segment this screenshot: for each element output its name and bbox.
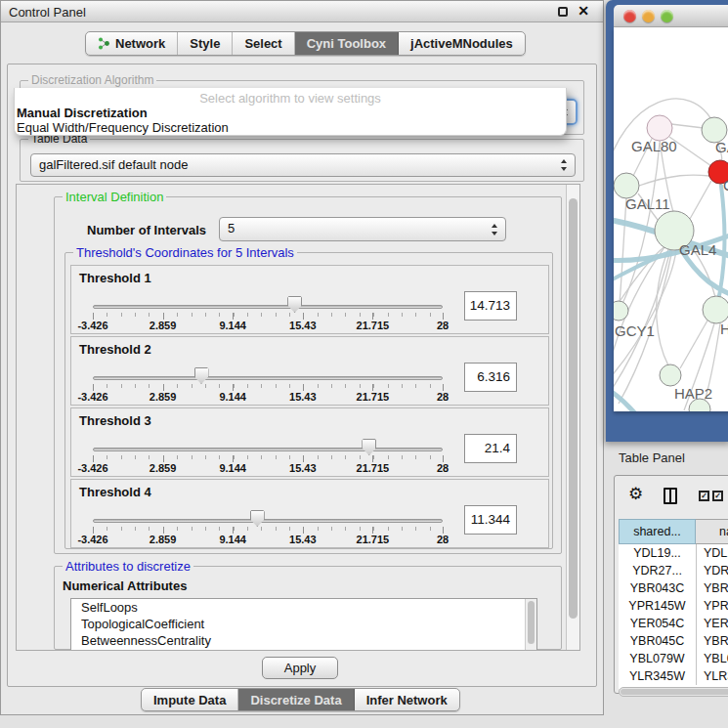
minimize-traffic-icon[interactable] bbox=[642, 10, 655, 22]
cyni-mode-tabs: Impute Data Discretize Data Infer Networ… bbox=[141, 688, 460, 711]
network-window-titlebar[interactable] bbox=[614, 5, 728, 27]
slider-thumb-icon[interactable] bbox=[287, 296, 302, 313]
threshold-slider[interactable] bbox=[93, 376, 443, 380]
threshold-label: Threshold 1 bbox=[79, 271, 151, 285]
threshold-label: Threshold 4 bbox=[79, 485, 151, 499]
threshold-slider[interactable] bbox=[93, 448, 443, 451]
table-row[interactable]: YBR043CYBR0 bbox=[619, 579, 728, 597]
zoom-traffic-icon[interactable] bbox=[661, 10, 673, 22]
tab-infer-network[interactable]: Infer Network bbox=[355, 689, 459, 710]
threshold-slider[interactable] bbox=[93, 519, 443, 523]
float-window-icon[interactable] bbox=[558, 7, 568, 17]
slider-tick-labels: -3.4262.8599.14415.4321.71528 bbox=[71, 534, 548, 546]
cyni-toolbox-panel: Discretization Algorithm Select algorith… bbox=[7, 64, 597, 687]
tab-impute-data[interactable]: Impute Data bbox=[142, 689, 238, 710]
table-row[interactable]: YBR045CYBR0 bbox=[619, 632, 728, 650]
dropdown-option-manual[interactable]: Manual Discretization bbox=[17, 106, 148, 120]
list-scrollbar[interactable] bbox=[525, 599, 536, 650]
node bbox=[660, 364, 681, 386]
node-label: HAP2 bbox=[674, 385, 712, 402]
tab-jactivemnodules[interactable]: jActiveMNodules bbox=[399, 32, 525, 55]
slider-ticks bbox=[93, 313, 444, 320]
threshold-value-field[interactable]: 14.713 bbox=[464, 291, 517, 321]
scrollbar-thumb[interactable] bbox=[621, 689, 728, 695]
slider-thumb-icon[interactable] bbox=[362, 439, 376, 455]
table-row[interactable]: YER054CYER0 bbox=[619, 615, 728, 632]
cell-name: YBL0 bbox=[696, 650, 728, 667]
tick-label: 28 bbox=[415, 534, 470, 545]
cell-shared-name: YER054C bbox=[619, 615, 696, 632]
slider-thumb-icon[interactable] bbox=[250, 510, 265, 527]
table-row[interactable]: YLR345WYLR3 bbox=[619, 667, 728, 685]
gear-icon[interactable]: ⚙ bbox=[628, 484, 643, 503]
tab-select[interactable]: Select bbox=[233, 32, 294, 55]
tab-discretize-data[interactable]: Discretize Data bbox=[238, 689, 354, 710]
tick-label: 9.144 bbox=[205, 391, 260, 403]
checkbox-icon[interactable]: ✓ bbox=[699, 491, 709, 501]
tick-label: 2.859 bbox=[136, 320, 191, 331]
number-of-intervals-combobox[interactable]: 5 bbox=[219, 217, 506, 241]
close-traffic-icon[interactable] bbox=[623, 10, 636, 22]
threshold-panel-3: Threshold 3 -3.4262.8599.14415.4321.7152… bbox=[70, 407, 549, 477]
tick-label: 15.43 bbox=[276, 534, 330, 545]
tab-style[interactable]: Style bbox=[178, 32, 233, 55]
threshold-panel-4: Threshold 4 -3.4262.8599.14415.4321.7152… bbox=[70, 479, 549, 548]
threshold-value-field[interactable]: 11.344 bbox=[464, 505, 517, 535]
tab-label: Impute Data bbox=[153, 693, 226, 707]
group-title: Threshold's Coordinates for 5 Intervals bbox=[73, 245, 297, 260]
vertical-scrollbar[interactable] bbox=[566, 185, 579, 650]
tick-label: 21.715 bbox=[345, 391, 400, 403]
attributes-list: SelfLoopsTopologicalCoefficientBetweenne… bbox=[70, 598, 537, 651]
slider-tick-labels: -3.4262.8599.14415.4321.71528 bbox=[71, 462, 548, 475]
node-label: GCY1 bbox=[615, 322, 655, 339]
threshold-slider[interactable] bbox=[93, 305, 443, 309]
threshold-panel-2: Threshold 2 -3.4262.8599.14415.4321.7152… bbox=[70, 336, 549, 406]
cell-shared-name: YLR345W bbox=[619, 667, 696, 685]
algorithm-dropdown-popup: Select algorithm to view settings Manual… bbox=[14, 88, 567, 136]
checkbox-icon[interactable]: ✓ bbox=[712, 491, 723, 501]
control-panel-tabs: Network Style Select Cyni Toolbox jActiv… bbox=[85, 31, 526, 56]
column-header-name[interactable]: na bbox=[696, 519, 728, 544]
table-row[interactable]: YBL079WYBL0 bbox=[619, 650, 728, 667]
slider-thumb-icon[interactable] bbox=[194, 367, 209, 384]
threshold-value-field[interactable]: 21.4 bbox=[464, 434, 517, 463]
close-icon[interactable]: ✕ bbox=[578, 3, 589, 19]
table-row[interactable]: YDL19...YDL1 bbox=[619, 544, 728, 562]
combo-arrows-icon bbox=[560, 158, 569, 172]
group-title: Attributes to discretize bbox=[63, 559, 193, 574]
network-canvas[interactable]: GAL80 GA C GAL11 GAL4 GCY1 H HAP2 bbox=[614, 27, 728, 411]
horizontal-scrollbar[interactable] bbox=[619, 687, 728, 697]
tick-label: 2.859 bbox=[136, 391, 191, 403]
node-label: H bbox=[720, 321, 728, 337]
group-title: Discretization Algorithm bbox=[28, 73, 156, 87]
cell-name: YLR3 bbox=[696, 667, 728, 685]
slider-tick-labels: -3.4262.8599.14415.4321.71528 bbox=[71, 391, 548, 404]
column-header-shared-name[interactable]: shared... bbox=[619, 519, 696, 544]
columns-icon[interactable] bbox=[664, 488, 677, 504]
table-row[interactable]: YDR27...YDR2 bbox=[619, 562, 728, 579]
control-panel-window: Control Panel ✕ Network Style Select Cyn… bbox=[0, 0, 604, 715]
scrollbar-thumb[interactable] bbox=[528, 601, 535, 644]
dropdown-option-equal-width[interactable]: Equal Width/Frequency Discretization bbox=[17, 120, 229, 135]
tick-label: 2.859 bbox=[136, 462, 191, 474]
cell-name: YER0 bbox=[696, 615, 728, 632]
table-row[interactable]: YPR145WYPR1 bbox=[619, 597, 728, 615]
table-panel: ⚙ ✓ ✓ shared... na YDL19...YDL1YDR27...Y… bbox=[614, 475, 728, 694]
dropdown-hint: Select algorithm to view settings bbox=[15, 91, 566, 106]
network-view-window: GAL80 GA C GAL11 GAL4 GCY1 H HAP2 bbox=[606, 0, 728, 442]
attribute-item[interactable]: TopologicalCoefficient bbox=[71, 616, 536, 632]
tab-network[interactable]: Network bbox=[86, 32, 178, 55]
attributes-group: Attributes to discretize Numerical Attri… bbox=[54, 566, 562, 650]
column-divider bbox=[696, 544, 697, 685]
apply-button[interactable]: Apply bbox=[262, 657, 338, 679]
table-data-combobox[interactable]: galFiltered.sif default node bbox=[30, 153, 576, 177]
settings-scroll-pane: Interval Definition Number of Intervals … bbox=[16, 184, 580, 651]
table-rows: YDL19...YDL1YDR27...YDR2YBR043CYBR0YPR14… bbox=[619, 544, 728, 689]
tab-cyni-toolbox[interactable]: Cyni Toolbox bbox=[295, 32, 399, 55]
attribute-item[interactable]: SelfLoops bbox=[71, 599, 536, 616]
thresholds-group: Threshold's Coordinates for 5 Intervals … bbox=[64, 252, 553, 549]
tick-label: 9.144 bbox=[205, 534, 260, 545]
scrollbar-thumb[interactable] bbox=[569, 198, 578, 619]
attribute-item[interactable]: BetweennessCentrality bbox=[71, 632, 536, 649]
threshold-value-field[interactable]: 6.316 bbox=[464, 363, 517, 392]
